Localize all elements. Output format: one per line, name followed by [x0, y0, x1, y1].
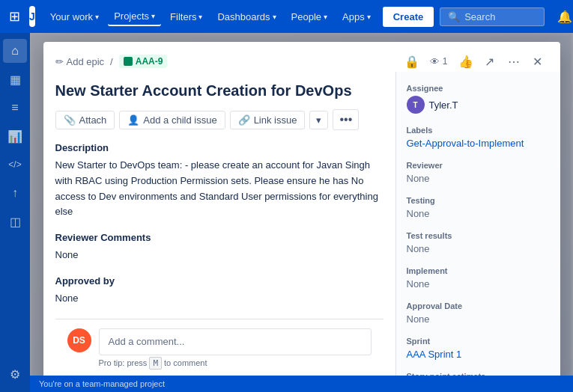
- left-sidebar: ⌂ ▦ ≡ 📊 </> ↑ ◫ ⚙: [0, 33, 30, 392]
- description-label: Description: [55, 142, 383, 153]
- description-text: New Starter to DevOps team: - please cre…: [55, 158, 383, 220]
- sidebar-deploy-icon[interactable]: ↑: [3, 181, 27, 205]
- implement-field: Implement None: [407, 266, 550, 290]
- nav-your-work[interactable]: Your work ▾: [44, 8, 105, 25]
- labels-field: Labels Get-Approval-to-Implement: [407, 126, 550, 149]
- chevron-down-icon: ▾: [273, 13, 276, 21]
- chevron-down-icon: ▾: [324, 13, 327, 21]
- assignee-field: Assignee T Tyler.T: [407, 84, 550, 114]
- sprint-field: Sprint AAA Sprint 1: [407, 337, 550, 360]
- grid-icon[interactable]: ⊞: [6, 5, 23, 28]
- eye-icon: 👁: [430, 56, 440, 67]
- current-user-avatar: DS: [67, 328, 91, 352]
- nav-apps[interactable]: Apps ▾: [336, 8, 377, 25]
- panel-body: New Starter Account Creation for DevOps …: [43, 72, 560, 392]
- panel-right-metadata: Assignee T Tyler.T Labels Get-Appr: [395, 72, 560, 392]
- issue-id-badge[interactable]: AAA-9: [119, 55, 168, 68]
- app-logo[interactable]: J: [29, 6, 35, 27]
- description-section: Description New Starter to DevOps team: …: [55, 142, 383, 220]
- chevron-down-icon: ▾: [367, 13, 371, 21]
- sprint-value[interactable]: AAA Sprint 1: [407, 349, 462, 360]
- issue-title: New Starter Account Creation for DevOps: [55, 81, 383, 100]
- sidebar-home-icon[interactable]: ⌂: [3, 39, 27, 63]
- watch-button[interactable]: 👁 1: [425, 55, 452, 69]
- chevron-down-icon: ▾: [95, 13, 99, 21]
- search-box[interactable]: 🔍 Search: [440, 7, 545, 26]
- approval-date-value: None: [407, 313, 550, 325]
- share-icon[interactable]: ↗: [479, 51, 500, 72]
- more-options-icon[interactable]: ⋯: [503, 51, 524, 72]
- status-bar-text: You're on a team-managed project: [39, 379, 165, 388]
- chevron-down-icon: ▾: [151, 12, 155, 20]
- reviewer-value: None: [407, 173, 550, 184]
- sidebar-list-icon[interactable]: ≡: [3, 96, 27, 120]
- reviewer-comments-section: Reviewer Comments None: [55, 232, 383, 263]
- sidebar-board-icon[interactable]: ▦: [3, 67, 27, 91]
- keyboard-shortcut-m: M: [149, 357, 162, 370]
- approved-by-section: Approved by None: [55, 275, 383, 307]
- pro-tip: Pro tip: press M to comment: [99, 358, 372, 368]
- nav-dashboards[interactable]: Dashboards ▾: [211, 8, 282, 25]
- notifications-icon[interactable]: 🔔: [554, 5, 573, 28]
- issue-toolbar: 📎 Attach 👤 Add a child issue 🔗 Link issu…: [55, 109, 383, 130]
- reviewer-comments-label: Reviewer Comments: [55, 232, 383, 243]
- comment-area: DS Add a comment... Pro tip: press M to …: [55, 319, 383, 377]
- assignee-avatar: T: [407, 96, 425, 114]
- modal-overlay: ✏ Add epic / AAA-9 🔒 👁 1 👍: [30, 33, 573, 392]
- panel-header: ✏ Add epic / AAA-9 🔒 👁 1 👍: [43, 42, 560, 72]
- panel-header-actions: 🔒 👁 1 👍 ↗ ⋯ ✕: [401, 51, 548, 72]
- nav-people[interactable]: People ▾: [285, 8, 333, 25]
- sidebar-components-icon[interactable]: ◫: [3, 209, 27, 233]
- like-icon[interactable]: 👍: [455, 51, 476, 72]
- attach-button[interactable]: 📎 Attach: [55, 111, 115, 129]
- testing-field: Testing None: [407, 196, 550, 219]
- main-area: ⌂ ▦ ≡ 📊 </> ↑ ◫ ⚙ ✏ Add epic /: [0, 33, 573, 392]
- sidebar-code-icon[interactable]: </>: [3, 153, 27, 177]
- test-results-value: None: [407, 243, 550, 254]
- top-navigation: ⊞ J Your work ▾ Projects ▾ Filters ▾ Das…: [0, 0, 573, 33]
- reviewer-field: Reviewer None: [407, 161, 550, 184]
- add-epic-breadcrumb[interactable]: ✏ Add epic: [55, 56, 105, 67]
- attach-icon: 📎: [64, 114, 76, 126]
- content-area: ✏ Add epic / AAA-9 🔒 👁 1 👍: [30, 33, 573, 392]
- approved-by-value: None: [55, 291, 383, 307]
- child-icon: 👤: [127, 114, 139, 126]
- assignee-row[interactable]: T Tyler.T: [407, 96, 550, 114]
- assignee-name: Tyler.T: [429, 99, 458, 111]
- panel-main: New Starter Account Creation for DevOps …: [43, 72, 395, 392]
- approved-by-label: Approved by: [55, 275, 383, 287]
- labels-value[interactable]: Get-Approval-to-Implement: [407, 138, 524, 149]
- issue-panel: ✏ Add epic / AAA-9 🔒 👁 1 👍: [43, 42, 560, 392]
- pencil-icon: ✏: [55, 56, 64, 67]
- nav-projects[interactable]: Projects ▾: [108, 7, 161, 26]
- close-icon[interactable]: ✕: [527, 51, 548, 72]
- search-icon: 🔍: [448, 11, 460, 22]
- comment-input[interactable]: Add a comment...: [99, 328, 372, 355]
- link-icon: 🔗: [238, 114, 250, 126]
- toolbar-more-button[interactable]: •••: [333, 109, 359, 130]
- implement-value: None: [407, 278, 550, 290]
- add-child-issue-button[interactable]: 👤 Add a child issue: [119, 111, 225, 129]
- sidebar-settings-icon[interactable]: ⚙: [3, 362, 27, 386]
- test-results-field: Test results None: [407, 231, 550, 254]
- status-bar: You're on a team-managed project: [30, 376, 573, 392]
- link-issue-button[interactable]: 🔗 Link issue: [230, 111, 306, 129]
- lock-icon[interactable]: 🔒: [401, 51, 422, 72]
- approval-date-field: Approval Date None: [407, 301, 550, 325]
- sidebar-reports-icon[interactable]: 📊: [3, 124, 27, 148]
- breadcrumb-separator: /: [110, 56, 113, 67]
- issue-type-icon: [124, 57, 133, 66]
- reviewer-comments-value: None: [55, 248, 383, 263]
- chevron-down-icon: ▾: [198, 13, 202, 21]
- nav-filters[interactable]: Filters ▾: [164, 8, 208, 25]
- create-button[interactable]: Create: [383, 7, 434, 27]
- testing-value: None: [407, 208, 550, 219]
- toolbar-dropdown-button[interactable]: ▾: [309, 111, 328, 129]
